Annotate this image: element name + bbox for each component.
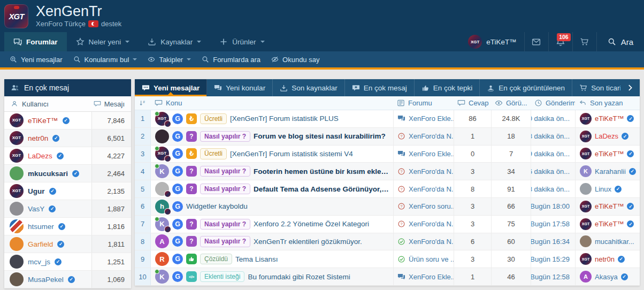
user-link[interactable]: LaDezs [28, 152, 52, 160]
last-poster-link[interactable]: eTiKeT™ [595, 115, 624, 123]
last-poster-avatar[interactable]: XGT [580, 148, 592, 159]
column-header-user[interactable]: Kullanıcı [4, 100, 91, 108]
last-poster-link[interactable]: Akasya [595, 273, 618, 281]
forum-cell[interactable]: ?XenForo'da N... [393, 216, 454, 233]
post-time-link[interactable]: 36 dakika ön... [531, 163, 575, 180]
column-header-posted[interactable]: Gönderim [531, 96, 575, 110]
sort-column-header[interactable]: # [135, 96, 151, 110]
topic-title[interactable]: Forum ve blog sitesi nasıl kurabilirim? [254, 132, 386, 140]
user-avatar[interactable] [10, 202, 24, 216]
last-poster-avatar[interactable]: XGT [580, 113, 592, 125]
prefix-label[interactable]: Nasıl yapılır ? [200, 219, 250, 230]
subnav-item-takipler[interactable]: Takipler [142, 56, 196, 64]
user-link[interactable]: Garfield [28, 240, 53, 248]
topics-tab-yeni-konular[interactable]: Yeni konular [207, 79, 273, 96]
topic-title[interactable]: Xenforo 2.2 Yönetime Özel Kategori [254, 220, 369, 228]
user-avatar[interactable] [10, 166, 24, 180]
user-avatar[interactable] [10, 272, 24, 286]
forum-link[interactable]: XenForo'da N... [409, 132, 454, 140]
user-link[interactable]: VasY [28, 205, 44, 213]
prefix-label[interactable]: Nasıl yapılır ? [200, 184, 250, 194]
topic-author-avatar[interactable]: R [155, 252, 169, 266]
topic-author-avatar[interactable]: h [155, 200, 169, 213]
user-avatar[interactable] [10, 255, 24, 269]
topic-author-avatar[interactable]: A [155, 234, 169, 248]
last-poster-link[interactable]: LaDezs [595, 132, 618, 140]
topic-title[interactable]: Bu forumdaki gibi Rozet Sistemi [248, 273, 350, 281]
site-title[interactable]: XenGenTr [36, 4, 121, 19]
last-poster-avatar[interactable] [580, 235, 592, 247]
inbox-button[interactable] [524, 32, 548, 51]
forum-cell[interactable]: XenForo Ekle... [393, 110, 454, 127]
post-time-link[interactable]: 18 dakika ön... [531, 128, 575, 145]
user-avatar[interactable]: XGT [10, 184, 24, 198]
last-poster-avatar[interactable]: XGT [580, 253, 592, 265]
user-avatar[interactable]: XGT [10, 113, 24, 127]
prefix-label[interactable]: Çözüldü [200, 254, 232, 264]
user-link[interactable]: eTiKeT™ [28, 117, 58, 125]
forum-cell[interactable]: ?XenForo'da N... [393, 163, 454, 180]
last-poster-link[interactable]: eTiKeT™ [595, 202, 624, 210]
topic-author-avatar[interactable]: K [155, 164, 169, 178]
user-link[interactable]: netr0n [28, 134, 48, 142]
forum-link[interactable]: XenForo'da N... [409, 220, 454, 228]
last-poster-link[interactable]: netr0n [595, 255, 615, 263]
forum-link[interactable]: XenForo'da N... [409, 167, 454, 175]
forum-link[interactable]: XenForo'da N... [409, 185, 454, 193]
topic-title[interactable]: Footerin hemen üstüne bir kısım ekleme [254, 167, 389, 175]
forum-cell[interactable]: Ürün soru ve ... [393, 250, 454, 268]
topic-author-avatar[interactable] [155, 182, 169, 196]
nav-tab-kaynaklar[interactable]: Kaynaklar [139, 32, 210, 51]
topic-title[interactable]: [XenGenTr] Forum istatistik sistemi V4 [230, 150, 353, 158]
prefix-label[interactable]: Ücretli [200, 148, 227, 159]
nav-tab--r-nler[interactable]: Ürünler [210, 32, 273, 51]
topic-title[interactable]: Widgetler kayboldu [186, 202, 248, 210]
prefix-label[interactable]: Nasıl yapılır ? [200, 236, 250, 247]
nav-tab-neler-yeni[interactable]: Neler yeni [67, 32, 139, 51]
topic-author-avatar[interactable]: XGT [155, 112, 169, 126]
last-poster-avatar[interactable]: XGT [580, 131, 592, 142]
subnav-item-forumlarda-ara[interactable]: Forumlarda ara [196, 56, 266, 64]
topic-author-avatar[interactable]: K [155, 217, 169, 231]
tabs-scroll-right-button[interactable] [620, 79, 640, 96]
forum-link[interactable]: XenForo Ekle... [409, 273, 454, 281]
forum-cell[interactable]: XenForo'da N... [393, 233, 454, 250]
user-avatar[interactable]: XGT [10, 131, 24, 145]
post-time-link[interactable]: Bugün 15:29 [531, 250, 575, 268]
last-poster-link[interactable]: Karahanlii [595, 167, 626, 175]
post-time-link[interactable]: 10 dakika ön... [531, 110, 575, 127]
topic-author-avatar[interactable] [155, 129, 169, 143]
prefix-label[interactable]: Eklenti isteği [200, 271, 244, 282]
column-header-topic[interactable]: Konu [151, 96, 393, 110]
nav-tab-forumlar[interactable]: Forumlar [4, 32, 67, 51]
column-header-views[interactable]: Görü... [491, 96, 531, 110]
topic-title[interactable]: Tema Lisansı [235, 255, 278, 263]
forum-link[interactable]: XenForo Ekle... [409, 115, 454, 123]
user-link[interactable]: MusaPekel [28, 276, 64, 284]
topic-title[interactable]: [XenGenTr] Forum istatistik PLUS [230, 115, 339, 123]
topics-tab-en-ok-tepki[interactable]: En çok tepki [415, 79, 480, 96]
user-avatar[interactable] [10, 237, 24, 251]
forum-link[interactable]: XenForo Ekle... [409, 150, 454, 158]
forum-cell[interactable]: XenForo Ekle... [393, 146, 454, 163]
post-time-link[interactable]: Bugün 18:00 [531, 198, 575, 215]
last-poster-avatar[interactable]: XGT [580, 218, 592, 230]
subnav-item-okundu-say[interactable]: Okundu say [266, 56, 325, 64]
topics-tab-yeni-mesajlar[interactable]: Yeni mesajlar [135, 79, 207, 96]
prefix-label[interactable]: Nasıl yapılır ? [200, 131, 250, 142]
last-poster-avatar[interactable]: A [580, 271, 592, 283]
topic-title[interactable]: XenGenTr eklentileri gözükmüyor. [254, 238, 362, 246]
cart-button[interactable] [572, 32, 596, 51]
column-header-forum[interactable]: Forumu [393, 96, 454, 110]
user-avatar[interactable] [10, 219, 24, 233]
column-header-messages[interactable]: Mesajı [91, 100, 131, 108]
prefix-label[interactable]: Ücretli [200, 113, 227, 124]
column-header-last-poster[interactable]: Son yazan [575, 96, 640, 110]
last-poster-link[interactable]: eTiKeT™ [595, 150, 624, 158]
user-link[interactable]: Ugur [28, 187, 45, 195]
forum-cell[interactable]: ?XenForo'da N... [393, 180, 454, 197]
site-logo[interactable]: XGT [4, 4, 28, 28]
forum-cell[interactable]: ?XenForo soru... [393, 198, 454, 215]
alerts-button[interactable]: 106 [548, 32, 572, 51]
last-poster-link[interactable]: eTiKeT™ [595, 220, 624, 228]
